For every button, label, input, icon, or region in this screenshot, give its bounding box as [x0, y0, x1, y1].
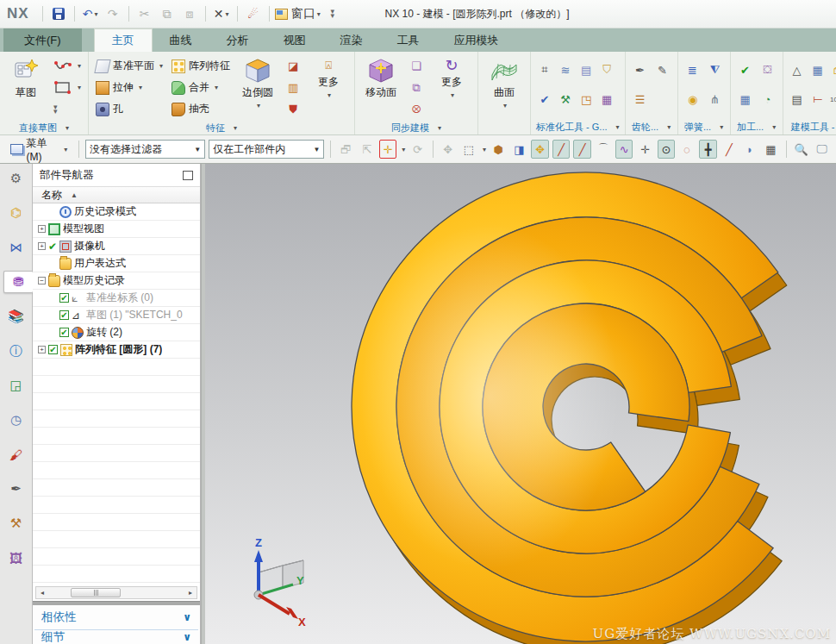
- checkbox-checked-icon[interactable]: ✔: [59, 328, 69, 337]
- feature-more-button[interactable]: ⍓ 更多 ▾: [306, 55, 351, 102]
- constraint-navigator-icon[interactable]: ⋈: [3, 236, 29, 259]
- window-menu-button[interactable]: 窗口▾: [275, 3, 321, 24]
- part-navigator-icon[interactable]: ⛃: [3, 271, 33, 293]
- roles-icon[interactable]: ✒: [3, 478, 29, 500]
- gear-script-icon[interactable]: ✒: [633, 62, 648, 78]
- draft-button[interactable]: ⛊: [282, 98, 304, 120]
- paste-button[interactable]: ⧈: [179, 3, 200, 24]
- tree-row-datum-csys[interactable]: ✔ ⟀ 基准坐标系 (0): [33, 290, 200, 307]
- chevron-down-icon[interactable]: ▾: [402, 146, 405, 153]
- select-within-icon[interactable]: ⇱: [359, 140, 376, 159]
- reset-filter-icon[interactable]: ⟳: [409, 140, 426, 159]
- selection-scope-dropdown[interactable]: 仅在工作部件内 ▼: [209, 140, 324, 159]
- coil-spring-icon[interactable]: ≣: [685, 62, 701, 78]
- show-result-icon[interactable]: 🖵: [814, 140, 831, 159]
- tab-tools[interactable]: 工具: [380, 28, 437, 52]
- tilt-spring-icon[interactable]: ⧨: [708, 62, 723, 78]
- checkbox-checked-icon[interactable]: ✔: [59, 310, 69, 320]
- card-icon[interactable]: ⛉: [599, 62, 615, 78]
- hole-button[interactable]: 孔: [92, 98, 166, 120]
- solid-body-filter-icon[interactable]: ⬢: [490, 140, 507, 159]
- tolerance-10h7-icon[interactable]: 10H7: [831, 91, 836, 107]
- web-browser-icon[interactable]: ⓘ: [3, 340, 29, 362]
- snap-center-toggle[interactable]: ⊙: [658, 140, 675, 159]
- touch-mode-button[interactable]: ☄: [243, 3, 264, 24]
- tab-application[interactable]: 应用模块: [437, 28, 516, 52]
- dependencies-section-header[interactable]: 相依性 ∨: [33, 605, 200, 629]
- cabinet-icon[interactable]: ▤: [578, 62, 594, 78]
- offset-region-button[interactable]: ⧉: [405, 77, 427, 98]
- reuse-library-icon[interactable]: 📚: [3, 305, 29, 328]
- sketch-curve-button[interactable]: ▾: [50, 55, 84, 77]
- tree-row-cameras[interactable]: + ✔ 摄像机: [33, 238, 200, 255]
- expand-icon[interactable]: +: [38, 346, 46, 353]
- scroll-left-arrow[interactable]: ◂: [36, 587, 48, 598]
- view-triad[interactable]: Z Y X: [254, 536, 306, 628]
- chevron-down-icon[interactable]: ▾: [438, 124, 441, 132]
- gear-list-icon[interactable]: ☰: [633, 91, 648, 107]
- snap-midpoint-toggle[interactable]: ✥: [531, 140, 548, 159]
- gear-erase-icon[interactable]: ✎: [655, 62, 671, 78]
- datum-plane-button[interactable]: 基准平面▾: [92, 55, 166, 77]
- tree-row-model-views[interactable]: + 模型视图: [33, 221, 200, 238]
- extrude-button[interactable]: 拉伸▾: [92, 77, 166, 98]
- fixture-icon[interactable]: ⛋: [760, 62, 776, 78]
- history-palette-icon[interactable]: ◷: [3, 409, 29, 431]
- scroll-right-arrow[interactable]: ▸: [184, 587, 197, 598]
- ring-gear-icon[interactable]: ◉: [685, 91, 701, 107]
- check-part-icon[interactable]: ✔: [537, 91, 552, 107]
- snap-spline-pole-toggle[interactable]: ∿: [615, 140, 633, 159]
- shell-button[interactable]: 抽壳: [168, 98, 234, 120]
- drag-handles-icon[interactable]: ✥: [439, 140, 456, 159]
- table-pin-icon[interactable]: ▦: [738, 91, 753, 107]
- pie-measure-icon[interactable]: ◔: [760, 91, 776, 107]
- folder-new-icon[interactable]: 🗀: [831, 62, 836, 78]
- customize-quick-access-button[interactable]: ▾▾: [322, 3, 343, 24]
- tab-file[interactable]: 文件(F): [3, 28, 82, 52]
- touch-panel-icon[interactable]: 🖼: [3, 547, 29, 569]
- pull-face-button[interactable]: ❏: [405, 55, 427, 77]
- tree-row-sketch[interactable]: ✔ ⊿ 草图 (1) "SKETCH_0: [33, 307, 200, 324]
- snap-line-midpoint-toggle[interactable]: ╱: [573, 140, 590, 159]
- chevron-down-icon[interactable]: ▾: [234, 124, 237, 132]
- note-doc-icon[interactable]: ▤: [789, 91, 805, 107]
- graphics-viewport[interactable]: Z Y X UG爱好者论坛 WWW.UGSNX.COM: [205, 164, 836, 644]
- tree-row-history-mode[interactable]: 历史记录模式: [33, 203, 200, 221]
- 3d-model-circular-pattern[interactable]: Z Y X: [205, 164, 835, 644]
- delete-face-button[interactable]: ⮾: [405, 98, 427, 120]
- undo-button[interactable]: ↶▾: [80, 3, 101, 24]
- expand-icon[interactable]: +: [38, 225, 46, 233]
- save-button[interactable]: [48, 3, 69, 24]
- snap-point-filter-icon[interactable]: ✛: [379, 140, 396, 159]
- edge-blend-button[interactable]: 边倒圆 ▾: [235, 55, 280, 112]
- calculator-edit-icon[interactable]: ▦: [599, 91, 615, 107]
- system-scenes-icon[interactable]: ⚒: [3, 512, 29, 535]
- scrollbar-track[interactable]: [48, 587, 184, 598]
- move-face-button[interactable]: 移动面: [359, 55, 403, 103]
- pattern-points-icon[interactable]: ⌗: [537, 62, 552, 78]
- redo-button[interactable]: ↷: [103, 3, 123, 24]
- selection-filter-dropdown[interactable]: 没有选择过滤器 ▼: [85, 140, 205, 159]
- cube-check-icon[interactable]: ◳: [578, 91, 594, 107]
- pattern-feature-button[interactable]: 阵列特征: [168, 55, 234, 77]
- tab-home[interactable]: 主页: [94, 28, 153, 52]
- menu-button[interactable]: 菜单(M) ▾: [5, 134, 72, 165]
- cut-button[interactable]: ✂: [134, 3, 155, 24]
- snap-circle-quadrant-toggle[interactable]: ◌: [678, 140, 696, 159]
- chevron-down-icon[interactable]: ▾: [772, 123, 776, 131]
- snap-endpoint-toggle[interactable]: ╱: [552, 140, 570, 159]
- chevron-down-icon[interactable]: ▾: [720, 123, 723, 131]
- tree-row-user-expressions[interactable]: 用户表达式: [33, 255, 200, 272]
- hd3d-tools-icon[interactable]: ◲: [3, 374, 29, 397]
- navigator-horizontal-scrollbar[interactable]: ◂ ▸: [35, 586, 197, 599]
- brush-dim-icon[interactable]: ⟝: [810, 91, 826, 107]
- sketch-rectangle-button[interactable]: ▾: [50, 77, 84, 98]
- chevron-down-icon[interactable]: ▾: [667, 123, 671, 131]
- rectangle-select-icon[interactable]: ⬚: [460, 140, 477, 159]
- fork-tool-icon[interactable]: ⋔: [708, 91, 723, 107]
- tool-validate-icon[interactable]: ⚒: [558, 91, 573, 107]
- chamfer-button[interactable]: ◪: [282, 55, 304, 77]
- scrollbar-thumb[interactable]: [71, 588, 121, 597]
- surface-button[interactable]: 曲面 ▾: [482, 55, 527, 112]
- copy-button[interactable]: ⧉: [157, 3, 178, 24]
